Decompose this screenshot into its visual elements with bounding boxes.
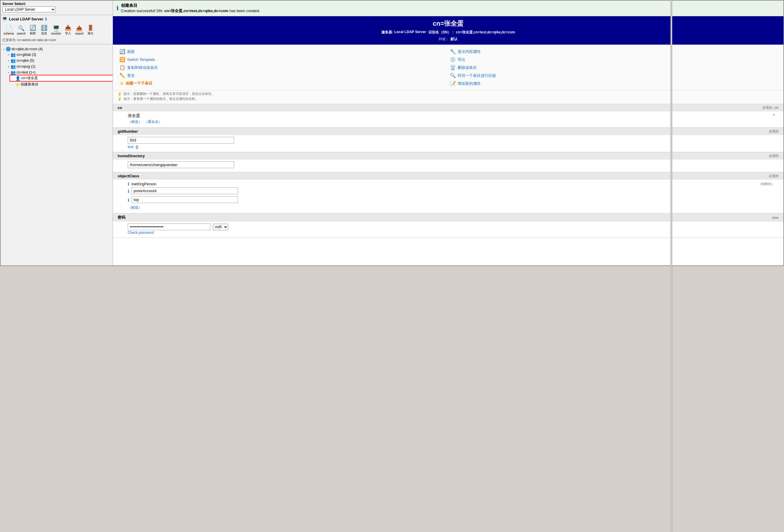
attr-section-objectclass: objectClass 必需的 ℹ inetOrgPerson （结构化） ℹ [113, 172, 783, 214]
objectclass-input-3[interactable] [132, 196, 238, 203]
objectclass-input-2[interactable] [132, 187, 238, 194]
tree-row-new-entry[interactable]: ⭐ 创建新条目 [10, 82, 113, 87]
password-algorithm-select[interactable]: md5 sha plain [213, 224, 228, 230]
hint-text-1: 提示：想要删除一个属性，请将文本字段清空，然后点击保存。 [123, 92, 215, 96]
tree-toggle-test[interactable]: ▪ [6, 71, 11, 74]
action-internal-attrs[interactable]: 🔧 显示内部属性 [448, 48, 779, 56]
star-icon-new: ⭐ [16, 82, 20, 87]
tree-toggle-qike[interactable]: + [6, 59, 11, 62]
person-icon-zhangquandan: 👤 [16, 76, 20, 81]
password-input[interactable] [128, 223, 211, 230]
tree-root-row[interactable]: ▪ 🌐 dc=qike,dc=com (4) [1, 47, 113, 52]
action-create-child[interactable]: ⭐ 创建一个子条目 [118, 80, 448, 87]
tree-row-qike[interactable]: + 👥 cn=qike (5) [5, 58, 113, 63]
login-status: 已登录为: cn=admin,dc=qike,dc=com [1, 37, 113, 44]
hint-text-2: 提示：要查看一个属性的格式，请点击属性的名称。 [123, 96, 198, 101]
attr-required-objectclass: 必需的 [769, 174, 779, 178]
objectclass-info-icon-1[interactable]: ℹ [128, 181, 129, 186]
toolbar-export[interactable]: 📤 export [74, 24, 85, 36]
action-export[interactable]: 💿 导出 [448, 56, 779, 63]
objectclass-info-icon-3[interactable]: ℹ [128, 198, 129, 202]
toolbar-info[interactable]: ℹ️ 信息 [39, 24, 49, 36]
tree-row-spug[interactable]: + 👥 cn=spug (1) [5, 64, 113, 69]
gidnumber-test-link[interactable]: test [128, 145, 133, 149]
success-dn: cn=张全蛋,cn=test,dc=qike,dc=com [164, 8, 228, 13]
rename-link[interactable]: 更名 [127, 73, 135, 78]
attr-body-objectclass: ℹ inetOrgPerson （结构化） ℹ ℹ [113, 180, 783, 213]
tree-toggle-spug[interactable]: + [6, 65, 11, 68]
toolbar-search[interactable]: 🔍 search [16, 24, 27, 36]
switch-template-link[interactable]: Switch Template [127, 57, 155, 62]
attr-name-gidnumber[interactable]: gidNumber [118, 129, 138, 134]
attr-required-cn: 必需的, rdn [762, 106, 779, 110]
tree-row-test[interactable]: ▪ 👥 cn=test (1+) [5, 70, 113, 75]
attr-name-objectclass[interactable]: objectClass [118, 174, 139, 178]
toolbar-import[interactable]: 📥 导入 [63, 24, 73, 36]
action-switch-template[interactable]: 🔀 Switch Template [118, 56, 448, 63]
export-link[interactable]: 导出 [458, 57, 465, 62]
action-add-attr[interactable]: 📝 增加新的属性 [448, 80, 779, 87]
cn-links: （赋值） （重命名） [128, 119, 162, 124]
tree-toggle-root[interactable]: ▪ [2, 48, 6, 51]
actions-area: 🔄 刷新 🔀 Switch Template 📋 复制和移动该条目 ✏️ 更名 [113, 45, 783, 91]
tree-toggle-gitlab[interactable]: + [6, 53, 11, 56]
compare-link[interactable]: 同另一个条目进行比较 [458, 73, 496, 78]
internal-attrs-link[interactable]: 显示内部属性 [458, 49, 481, 54]
homedirectory-input[interactable] [128, 161, 234, 168]
action-copy-move[interactable]: 📋 复制和移动该条目 [118, 63, 448, 72]
attr-name-password[interactable]: 密码 [118, 215, 125, 220]
toolbar-schema[interactable]: 📄 schema [2, 24, 15, 36]
gidnumber-test-paren: () [136, 144, 138, 149]
attr-header-cn: cn 必需的, rdn [113, 104, 783, 111]
tree-row-zhangquandan[interactable]: 👤 cn=张全蛋 [10, 75, 113, 81]
tree-row-gitlab[interactable]: + 👥 cn=gitlab (3) [5, 52, 113, 57]
add-attr-icon: 📝 [450, 81, 456, 86]
attr-name-homedirectory[interactable]: homeDirectory [118, 154, 145, 158]
export-action-icon: 💿 [450, 57, 456, 62]
tree-node-qike: + 👥 cn=qike (5) [5, 58, 113, 63]
delete-link[interactable]: 删除该条目 [458, 65, 477, 71]
attr-required-homedirectory: 必需的 [769, 154, 779, 158]
action-delete[interactable]: 🗑️ 删除该条目 [448, 63, 779, 72]
actions-right-col: 🔧 显示内部属性 💿 导出 🗑️ 删除该条目 🔍 同另一个条目进行比较 [448, 48, 779, 87]
action-compare[interactable]: 🔍 同另一个条目进行比较 [448, 72, 779, 80]
toolbar-logout[interactable]: 🚪 退出 [85, 24, 96, 36]
gidnumber-input[interactable] [128, 137, 234, 144]
tree-label-test: cn=test (1+) [17, 71, 35, 75]
tree-label-qike: cn=qike (5) [17, 58, 34, 63]
create-child-link[interactable]: 创建一个子条目 [125, 81, 152, 86]
import-icon: 📥 [64, 24, 72, 31]
check-password-link[interactable]: Check password [128, 230, 154, 235]
globe-icon: 🌐 [6, 47, 11, 51]
objectclass-assign-link[interactable]: （赋值） [128, 205, 142, 210]
server-select-dropdown[interactable]: Local LDAP Server [2, 6, 111, 12]
add-attr-link[interactable]: 增加新的属性 [458, 81, 481, 86]
server-label: 服务器: [381, 30, 393, 35]
action-rename[interactable]: ✏️ 更名 [118, 72, 448, 80]
folder-icon-qike: 👥 [11, 58, 16, 63]
objectclass-row-2: ℹ [128, 187, 775, 195]
cn-value: 张全蛋 [128, 113, 162, 118]
refresh-link[interactable]: 刷新 [127, 49, 135, 54]
attr-name-cn[interactable]: cn [118, 106, 122, 110]
copy-move-link[interactable]: 复制和移动该条目 [127, 65, 158, 71]
objectclass-info-icon-2[interactable]: ℹ [128, 189, 129, 194]
server-value: Local LDAP Server [394, 30, 426, 35]
cn-assign-link[interactable]: （赋值） [128, 119, 142, 124]
server-select[interactable]: Local LDAP Server [2, 6, 56, 12]
dn-header: cn=张全蛋 服务器: Local LDAP Server 识别名（DN）： c… [113, 16, 783, 45]
action-refresh[interactable]: 🔄 刷新 [118, 48, 448, 56]
attr-body-homedirectory [113, 160, 783, 172]
tree-area: ▪ 🌐 dc=qike,dc=com (4) + 👥 cn=gitlab (3) [1, 45, 113, 265]
toolbar-monitor[interactable]: 🖥️ monitor [50, 24, 62, 36]
toolbar-refresh[interactable]: 🔄 刷新 [27, 24, 38, 36]
cn-rename-link[interactable]: （重命名） [144, 119, 162, 124]
logout-icon: 🚪 [86, 24, 94, 31]
attr-body-gidnumber: test () [113, 135, 783, 152]
server-title: Local LDAP Server [9, 17, 44, 21]
info-icon[interactable]: ℹ [45, 17, 47, 21]
resize-handle[interactable] [670, 0, 672, 266]
monitor-icon: 🖥️ [52, 25, 60, 32]
attr-alias-password: alias [772, 216, 779, 219]
attr-header-homedirectory: homeDirectory 必需的 [113, 152, 783, 160]
